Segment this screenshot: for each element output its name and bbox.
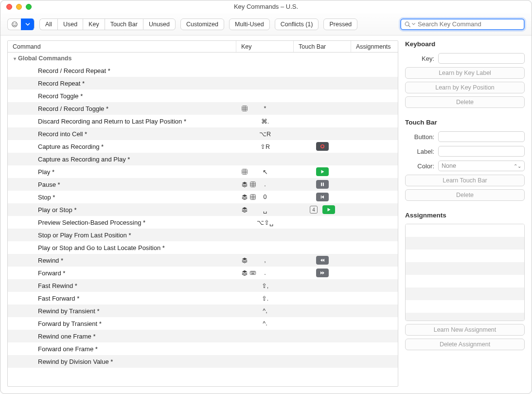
- touchbar-rec-icon: [316, 142, 329, 151]
- toolbar-pressed-button[interactable]: Pressed: [323, 18, 357, 30]
- table-row[interactable]: Record Repeat *: [8, 77, 398, 90]
- close-window-button[interactable]: [6, 4, 12, 10]
- table-row[interactable]: Preview Selection-Based Processing *⌥⇧␣: [8, 216, 398, 229]
- table-header: Command Key Touch Bar Assignments: [8, 41, 398, 53]
- filter-unused[interactable]: Unused: [143, 18, 176, 30]
- layers-icon: [241, 194, 248, 200]
- search-input[interactable]: [418, 20, 521, 28]
- touchbar-cell: [294, 180, 351, 189]
- column-header-command[interactable]: Command: [8, 41, 236, 52]
- table-row[interactable]: Rewind one Frame *: [8, 330, 398, 342]
- table-row[interactable]: Discard Recording and Return to Last Pla…: [8, 115, 398, 127]
- tb-button-input[interactable]: [438, 131, 525, 142]
- key-label: .: [264, 269, 266, 276]
- touchbar-cell: 4: [294, 205, 351, 214]
- learn-by-key-position-button[interactable]: Learn by Key Position: [405, 82, 525, 93]
- options-menu-button[interactable]: [7, 18, 21, 30]
- search-field[interactable]: [400, 18, 525, 30]
- table-row[interactable]: Fast Rewind *⇧,: [8, 279, 398, 292]
- tb-color-value: None: [442, 162, 456, 169]
- key-label: ↖︎: [263, 168, 268, 176]
- key-cell: .: [236, 181, 294, 188]
- key-cell: ⌥⇧␣: [236, 219, 294, 226]
- table-row[interactable]: Forward *.: [8, 267, 398, 279]
- table-row[interactable]: Forward by Transient *^.: [8, 317, 398, 330]
- table-row[interactable]: Stop *0: [8, 191, 398, 203]
- command-cell: Preview Selection-Based Processing *: [8, 219, 236, 226]
- filter-touch-bar[interactable]: Touch Bar: [105, 18, 143, 30]
- table-row[interactable]: Play *↖︎: [8, 165, 398, 178]
- command-cell: Play or Stop *: [8, 206, 236, 214]
- table-body: ▾ Global Commands Record / Record Repeat…: [8, 53, 398, 386]
- svg-rect-28: [321, 196, 321, 198]
- key-cell: *: [236, 105, 294, 112]
- table-row[interactable]: Capture as Recording and Play *: [8, 153, 398, 165]
- command-cell: Forward one Frame *: [8, 345, 236, 353]
- toolbar-customized-button[interactable]: Customized: [180, 18, 224, 30]
- table-row[interactable]: Pause *.: [8, 178, 398, 191]
- column-header-touchbar[interactable]: Touch Bar: [294, 41, 351, 52]
- command-cell: Discard Recording and Return to Last Pla…: [8, 118, 236, 125]
- options-segment: [7, 18, 35, 30]
- learn-by-key-label-button[interactable]: Learn by Key Label: [405, 67, 525, 79]
- key-cell: ⌥R: [236, 130, 294, 138]
- key-cell: ⇧.: [236, 295, 294, 302]
- tb-label-row: Label:: [405, 145, 525, 157]
- learn-touchbar-button[interactable]: Learn Touch Bar: [405, 175, 525, 186]
- key-cell: ↖︎: [236, 168, 294, 176]
- key-label: *: [264, 105, 266, 112]
- table-row[interactable]: Record / Record Toggle **: [8, 102, 398, 115]
- table-row[interactable]: Stop or Play From Last Position *: [8, 229, 398, 241]
- tb-color-select[interactable]: None ⌃⌄: [438, 161, 525, 171]
- titlebar: Key Commands – U.S.: [0, 0, 532, 13]
- key-label: ⇧R: [260, 143, 270, 150]
- touchbar-delete-button[interactable]: Delete: [405, 189, 525, 201]
- svg-line-4: [408, 25, 410, 27]
- table-row[interactable]: Capture as Recording *⇧R: [8, 140, 398, 153]
- table-row[interactable]: Rewind *,: [8, 254, 398, 267]
- table-row[interactable]: Fast Forward *⇧.: [8, 292, 398, 304]
- key-label: ⌥⇧␣: [257, 219, 273, 226]
- assignments-list[interactable]: [405, 224, 525, 321]
- table-row[interactable]: Forward one Frame *: [8, 342, 398, 355]
- table-row[interactable]: Record / Record Repeat *: [8, 64, 398, 77]
- table-row[interactable]: Rewind by Transient *^,: [8, 304, 398, 317]
- table-row[interactable]: Play or Stop *␣4: [8, 203, 398, 216]
- table-row[interactable]: Record into Cell *⌥R: [8, 127, 398, 140]
- filter-used[interactable]: Used: [57, 18, 83, 30]
- keyboard-delete-button[interactable]: Delete: [405, 96, 525, 108]
- learn-new-assignment-button[interactable]: Learn New Assignment: [405, 324, 525, 336]
- table-row[interactable]: Record Toggle *: [8, 90, 398, 102]
- content: Command Key Touch Bar Assignments ▾ Glob…: [0, 36, 532, 394]
- svg-point-2: [15, 23, 16, 24]
- tb-color-row: Color: None ⌃⌄: [405, 160, 525, 172]
- group-header[interactable]: ▾ Global Commands: [8, 53, 398, 64]
- delete-assignment-button[interactable]: Delete Assignment: [405, 339, 525, 350]
- table-row[interactable]: Play or Stop and Go to Last Locate Posit…: [8, 241, 398, 254]
- assignments-header: Assignments: [405, 212, 525, 219]
- toolbar-conflicts-1-button[interactable]: Conflicts (1): [275, 18, 319, 30]
- group-label: Global Commands: [18, 55, 71, 62]
- toolbar-multi-used-button[interactable]: Multi-Used: [229, 18, 270, 30]
- filter-key[interactable]: Key: [83, 18, 105, 30]
- tb-label-input[interactable]: [438, 146, 525, 157]
- disclosure-triangle-icon[interactable]: ▾: [14, 56, 16, 61]
- touchbar-cell: [294, 269, 351, 277]
- touchbar-pause-icon: [316, 180, 329, 189]
- column-header-key[interactable]: Key: [236, 41, 294, 52]
- command-cell: Rewind by Transient *: [8, 307, 236, 315]
- table-row[interactable]: Rewind by Division Value *: [8, 355, 398, 368]
- key-label: ^,: [263, 307, 267, 314]
- touchbar-ffwd-icon: [316, 269, 329, 277]
- command-cell: Rewind by Division Value *: [8, 358, 236, 365]
- column-header-assignments[interactable]: Assignments: [351, 41, 398, 52]
- toolbar-buttons: CustomizedMulti-UsedConflicts (1)Pressed: [180, 18, 357, 30]
- minimize-window-button[interactable]: [16, 4, 22, 10]
- touchbar-stop-icon: [316, 193, 329, 201]
- zoom-window-button[interactable]: [26, 4, 32, 10]
- key-input[interactable]: [438, 53, 525, 64]
- options-dropdown-button[interactable]: [21, 18, 35, 30]
- svg-rect-21: [321, 183, 322, 186]
- filter-all[interactable]: All: [39, 18, 57, 30]
- command-cell: Record / Record Repeat *: [8, 67, 236, 74]
